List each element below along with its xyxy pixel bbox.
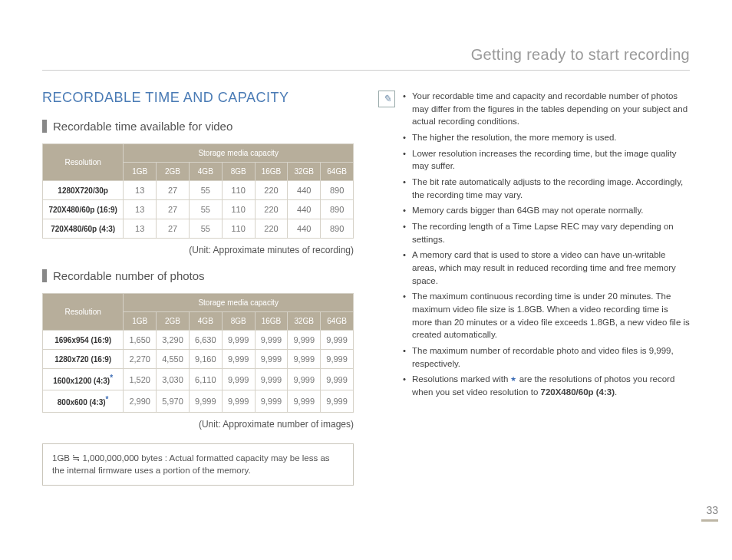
photo-col-header: 16GB	[255, 312, 288, 331]
table-row: 1280x720 (16:9)2,2704,5509,1609,9999,999…	[43, 350, 354, 369]
table-cell: 220	[255, 181, 288, 200]
page-number-bar	[701, 519, 718, 522]
table-cell: 13	[124, 200, 157, 219]
table-row: 720X480/60p (16:9)132755110220440890	[43, 200, 354, 219]
right-column: ✎ Your recordable time and capacity and …	[378, 90, 690, 486]
note-item: The maximum number of recordable photo a…	[403, 344, 690, 370]
notes-list: Your recordable time and capacity and re…	[403, 90, 690, 402]
table-cell: 9,999	[255, 350, 288, 369]
video-unit-caption: (Unit: Approximate minutes of recording)	[42, 245, 354, 255]
table-row: 800x600 (4:3)*2,9905,9709,9999,9999,9999…	[43, 390, 354, 412]
table-cell: 27	[157, 219, 190, 239]
table-cell: 4,550	[157, 350, 190, 369]
table-cell: 9,999	[288, 390, 321, 412]
note-item: A memory card that is used to store a vi…	[403, 249, 690, 287]
table-cell: 440	[288, 181, 321, 200]
note-item: The bit rate automatically adjusts to th…	[403, 176, 690, 201]
page-number: 33	[701, 504, 718, 522]
resolution-label: 800x600 (4:3)*	[43, 390, 124, 412]
photo-col-header: 64GB	[321, 312, 354, 331]
table-cell: 3,290	[157, 331, 190, 350]
video-col-header: 1GB	[124, 163, 157, 181]
table-cell: 9,999	[222, 350, 255, 369]
table-cell: 9,160	[189, 350, 222, 369]
photo-col-header: 2GB	[157, 312, 190, 331]
note-item: Your recordable time and capacity and re…	[403, 90, 690, 128]
video-table: Resolution Storage media capacity 1GB2GB…	[42, 143, 354, 239]
note-item: The higher the resolution, the more memo…	[403, 131, 690, 144]
table-cell: 27	[157, 181, 190, 200]
photo-table: Resolution Storage media capacity 1GB2GB…	[42, 293, 354, 413]
table-row: 720X480/60p (4:3)132755110220440890	[43, 219, 354, 239]
table-cell: 9,999	[222, 369, 255, 390]
table-cell: 9,999	[321, 369, 354, 390]
table-cell: 440	[288, 219, 321, 239]
star-icon: *	[106, 395, 109, 404]
video-capacity-header: Storage media capacity	[124, 144, 354, 163]
table-cell: 9,999	[321, 331, 354, 350]
table-cell: 890	[321, 219, 354, 239]
photo-resolution-header: Resolution	[43, 294, 124, 331]
table-cell: 13	[124, 219, 157, 239]
video-col-header: 64GB	[321, 163, 354, 181]
photo-col-header: 32GB	[288, 312, 321, 331]
table-cell: 9,999	[255, 331, 288, 350]
photo-unit-caption: (Unit: Approximate number of images)	[42, 419, 354, 430]
section-title: RECORDABLE TIME AND CAPACITY	[42, 90, 354, 106]
note-item-star: Resolutions marked with ★ are the resolu…	[403, 373, 690, 398]
table-cell: 1,650	[124, 331, 157, 350]
table-cell: 6,110	[189, 369, 222, 390]
resolution-label: 720X480/60p (16:9)	[43, 200, 124, 219]
table-cell: 9,999	[321, 390, 354, 412]
table-row: 1600x1200 (4:3)*1,5203,0306,1109,9999,99…	[43, 369, 354, 390]
table-cell: 27	[157, 200, 190, 219]
table-cell: 9,999	[288, 331, 321, 350]
table-cell: 2,270	[124, 350, 157, 369]
table-cell: 6,630	[189, 331, 222, 350]
table-cell: 3,030	[157, 369, 190, 390]
video-subheading: Recordable time available for video	[42, 120, 354, 133]
table-cell: 440	[288, 200, 321, 219]
resolution-label: 1280x720 (16:9)	[43, 350, 124, 369]
table-cell: 2,990	[124, 390, 157, 412]
table-cell: 13	[124, 181, 157, 200]
table-cell: 9,999	[288, 369, 321, 390]
star-icon: ★	[510, 376, 516, 384]
video-resolution-header: Resolution	[43, 144, 124, 181]
note-item: The recording length of a Time Lapse REC…	[403, 220, 690, 245]
table-cell: 55	[189, 219, 222, 239]
left-column: RECORDABLE TIME AND CAPACITY Recordable …	[42, 90, 354, 486]
resolution-label: 720X480/60p (4:3)	[43, 219, 124, 239]
table-cell: 890	[321, 200, 354, 219]
video-col-header: 32GB	[288, 163, 321, 181]
photo-subheading: Recordable number of photos	[42, 269, 354, 282]
table-cell: 220	[255, 219, 288, 239]
table-cell: 9,999	[222, 390, 255, 412]
table-cell: 9,999	[255, 369, 288, 390]
page-header-title: Getting ready to start recording	[42, 46, 690, 71]
video-col-header: 16GB	[255, 163, 288, 181]
video-col-header: 2GB	[157, 163, 190, 181]
table-cell: 890	[321, 181, 354, 200]
table-cell: 9,999	[189, 390, 222, 412]
note-bold-resolution: 720X480/60p (4:3)	[541, 387, 615, 397]
note-item: Lower resolution increases the recording…	[403, 147, 690, 173]
photo-col-header: 8GB	[222, 312, 255, 331]
table-row: 1696x954 (16:9)1,6503,2906,6309,9999,999…	[43, 331, 354, 350]
table-cell: 220	[255, 200, 288, 219]
resolution-label: 1280X720/30p	[43, 181, 124, 200]
gb-note-box: 1GB ≒ 1,000,000,000 bytes : Actual forma…	[42, 443, 354, 486]
photo-col-header: 4GB	[189, 312, 222, 331]
table-cell: 110	[222, 219, 255, 239]
table-cell: 55	[189, 200, 222, 219]
table-cell: 55	[189, 181, 222, 200]
resolution-label: 1600x1200 (4:3)*	[43, 369, 124, 390]
video-col-header: 8GB	[222, 163, 255, 181]
photo-capacity-header: Storage media capacity	[124, 294, 354, 312]
table-cell: 9,999	[321, 350, 354, 369]
note-item: Memory cards bigger than 64GB may not op…	[403, 204, 690, 217]
star-icon: *	[110, 374, 113, 382]
table-cell: 110	[222, 200, 255, 219]
table-cell: 9,999	[255, 390, 288, 412]
table-cell: 9,999	[222, 331, 255, 350]
